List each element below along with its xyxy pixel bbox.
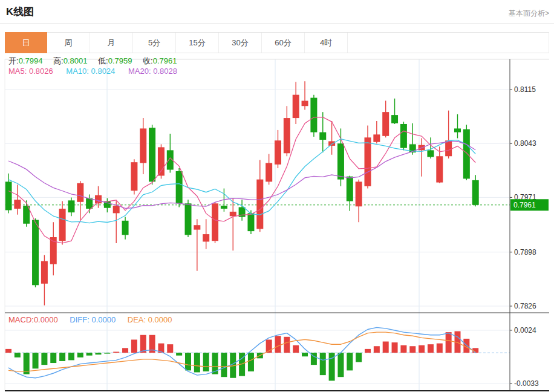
diff-line: [8, 327, 475, 377]
low-label: 低:: [98, 56, 108, 65]
tab-日[interactable]: 日: [5, 32, 47, 53]
chart-frame: [5, 59, 549, 391]
tab-4时[interactable]: 4时: [305, 33, 348, 53]
ma20-label: MA20:: [128, 67, 151, 76]
diff-label: DIFF:: [70, 315, 90, 324]
ma5-value: 0.8026: [29, 67, 53, 76]
tab-5分[interactable]: 5分: [133, 33, 176, 53]
kline-widget: K线图 基本面分析> 日周月5分15分30分60分4时 0.81150.8043…: [0, 0, 554, 392]
tab-15分[interactable]: 15分: [176, 33, 219, 53]
svg-text:0.7826: 0.7826: [514, 302, 536, 310]
price-axis-labels: 0.81150.80430.79710.78980.78260.0024-0.0…: [510, 85, 539, 388]
diff-value: 0.0000: [91, 315, 116, 324]
svg-text:0.7971: 0.7971: [514, 193, 536, 201]
svg-text:-0.0033: -0.0033: [514, 379, 539, 388]
ma10-label: MA10:: [66, 67, 89, 76]
macd-readout: MACD:0.0000 DIFF: 0.0000 DEA: 0.0000: [8, 315, 182, 324]
ma20-value: 0.8028: [153, 67, 177, 76]
candlestick-series: [5, 81, 479, 305]
dea-line: [8, 332, 475, 371]
svg-text:0.0024: 0.0024: [514, 326, 536, 335]
ma5-line: [8, 117, 475, 243]
high-label: 高:: [53, 56, 64, 65]
current-price-badge: 0.7961: [510, 199, 549, 211]
page-title: K线图: [6, 5, 34, 19]
ma10-line: [8, 139, 475, 223]
tab-月[interactable]: 月: [90, 33, 133, 53]
macd-value: 0.0000: [34, 315, 58, 324]
svg-text:0.8043: 0.8043: [514, 139, 536, 148]
close-value: 0.7961: [153, 56, 177, 65]
grid-lines: [5, 59, 510, 391]
ma5-label: MA5:: [8, 67, 27, 76]
high-value: 0.8001: [64, 56, 88, 65]
dea-value: 0.0000: [148, 315, 172, 324]
svg-text:0.7898: 0.7898: [514, 248, 536, 256]
low-value: 0.7959: [108, 56, 132, 65]
macd-histogram: [5, 332, 478, 381]
tab-周[interactable]: 周: [47, 33, 90, 53]
dea-label: DEA:: [128, 315, 146, 324]
ma10-value: 0.8024: [91, 67, 116, 76]
open-value: 0.7994: [19, 56, 43, 65]
tab-30分[interactable]: 30分: [219, 33, 262, 53]
fundamental-analysis-link[interactable]: 基本面分析>: [509, 8, 549, 19]
header-divider: [0, 23, 554, 24]
svg-text:0.7961: 0.7961: [513, 201, 536, 209]
ma-readout: MA5: 0.8026 MA10: 0.8024 MA20: 0.8028: [8, 67, 188, 76]
macd-label: MACD:: [8, 315, 34, 324]
ohlc-readout: 开:0.7994 高:0.8001 低:0.7959 收:0.7961: [8, 56, 185, 67]
interval-tabbar: 日周月5分15分30分60分4时: [5, 32, 549, 53]
open-label: 开:: [8, 56, 19, 65]
close-label: 收:: [143, 56, 153, 65]
tab-60分[interactable]: 60分: [262, 33, 305, 53]
ma20-line: [8, 142, 475, 209]
svg-text:0.8115: 0.8115: [514, 85, 536, 94]
